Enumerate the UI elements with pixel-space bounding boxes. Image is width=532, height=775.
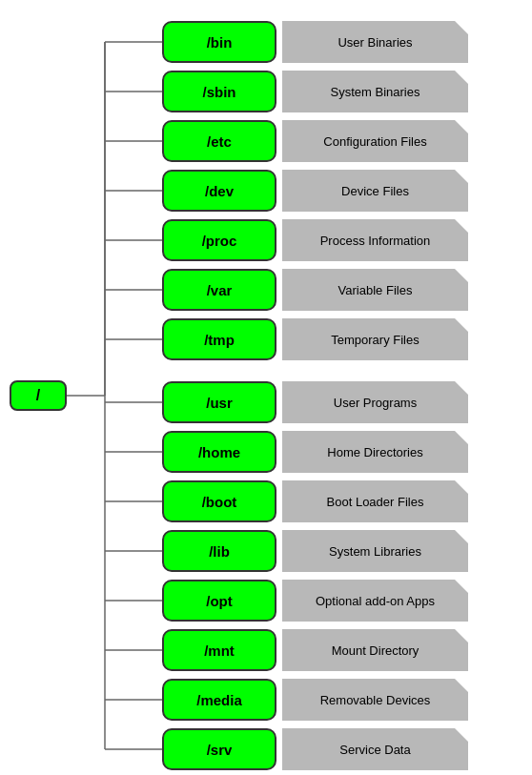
node-home: /home — [162, 431, 276, 473]
node-label-opt: /opt — [206, 593, 233, 609]
desc-text-dev: Device Files — [341, 184, 409, 198]
description-bin: User Binaries — [282, 21, 468, 63]
description-etc: Configuration Files — [282, 120, 468, 162]
node-proc: /proc — [162, 219, 276, 261]
description-usr: User Programs — [282, 381, 468, 423]
description-tmp: Temporary Files — [282, 318, 468, 360]
node-label-lib: /lib — [209, 543, 230, 560]
node-label-boot: /boot — [202, 494, 237, 510]
node-label-etc: /etc — [207, 133, 232, 150]
desc-text-tmp: Temporary Files — [331, 333, 419, 347]
description-sbin: System Binaries — [282, 71, 468, 112]
node-label-sbin: /sbin — [202, 84, 235, 100]
desc-text-usr: User Programs — [334, 396, 417, 410]
description-boot: Boot Loader Files — [282, 480, 468, 522]
node-label-home: /home — [198, 444, 240, 460]
description-proc: Process Information — [282, 219, 468, 261]
node-var: /var — [162, 269, 276, 311]
node-label-var: /var — [207, 282, 233, 298]
node-media: /media — [162, 679, 276, 721]
node-label-srv: /srv — [207, 742, 233, 758]
node-opt: /opt — [162, 580, 276, 622]
desc-text-boot: Boot Loader Files — [327, 495, 424, 509]
node-bin: /bin — [162, 21, 276, 63]
node-label-bin: /bin — [207, 34, 233, 51]
desc-text-proc: Process Information — [320, 234, 431, 248]
description-srv: Service Data — [282, 728, 468, 770]
description-dev: Device Files — [282, 170, 468, 212]
desc-text-mnt: Mount Directory — [332, 643, 419, 658]
desc-text-sbin: System Binaries — [331, 85, 420, 99]
description-mnt: Mount Directory — [282, 629, 468, 671]
desc-text-srv: Service Data — [339, 743, 410, 757]
desc-text-etc: Configuration Files — [323, 134, 426, 149]
description-lib: System Libraries — [282, 530, 468, 572]
node-boot: /boot — [162, 480, 276, 522]
node-etc: /etc — [162, 120, 276, 162]
description-var: Variable Files — [282, 269, 468, 311]
root-node: / — [10, 380, 67, 411]
desc-text-media: Removable Devices — [320, 693, 431, 707]
root-label: / — [36, 387, 40, 404]
description-home: Home Directories — [282, 431, 468, 473]
node-dev: /dev — [162, 170, 276, 212]
node-label-proc: /proc — [202, 233, 237, 249]
description-opt: Optional add-on Apps — [282, 580, 468, 622]
desc-text-var: Variable Files — [338, 283, 413, 297]
node-sbin: /sbin — [162, 71, 276, 112]
diagram: //binUser Binaries/sbinSystem Binaries/e… — [0, 0, 532, 775]
node-tmp: /tmp — [162, 318, 276, 360]
description-media: Removable Devices — [282, 679, 468, 721]
node-label-media: /media — [196, 692, 242, 708]
node-label-mnt: /mnt — [204, 642, 235, 659]
desc-text-home: Home Directories — [327, 445, 422, 459]
node-usr: /usr — [162, 381, 276, 423]
node-mnt: /mnt — [162, 629, 276, 671]
node-srv: /srv — [162, 728, 276, 770]
node-label-tmp: /tmp — [204, 332, 235, 348]
desc-text-lib: System Libraries — [329, 544, 421, 559]
node-label-usr: /usr — [206, 395, 233, 411]
desc-text-bin: User Binaries — [338, 35, 412, 50]
desc-text-opt: Optional add-on Apps — [316, 594, 435, 608]
node-lib: /lib — [162, 530, 276, 572]
node-label-dev: /dev — [205, 183, 234, 199]
